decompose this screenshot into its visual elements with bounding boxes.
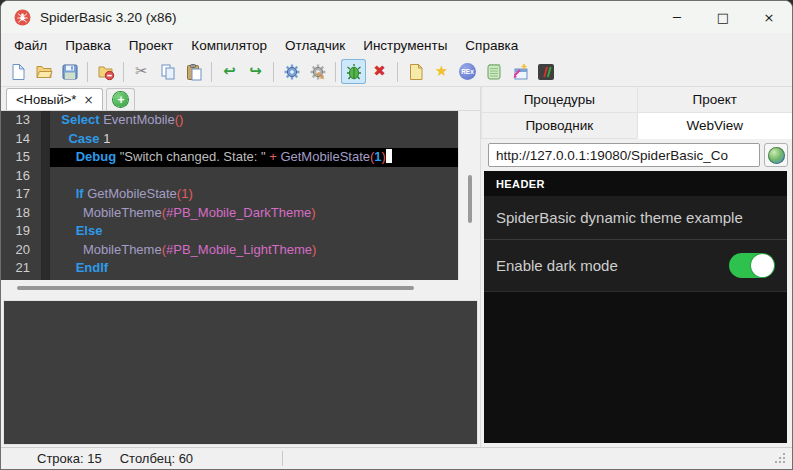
toolbar: ✂↩↪✎✖★REx [1,57,792,87]
status-divider [282,451,283,466]
code-text: MobileTheme(#PB_Mobile_LightTheme) [50,241,458,260]
toolbar-separator [211,62,212,82]
menu-bar: ФайлПравкаПроектКомпиляторОтладчикИнстру… [1,33,792,57]
status-bar: Строка: 15 Столбец: 60 [1,447,792,469]
text-cursor [386,149,392,163]
fold-margin [41,241,50,260]
code-text: If GetMobileState(1) [50,185,458,204]
copy-icon[interactable] [155,59,180,84]
code-line-17[interactable]: 17 If GetMobileState(1) [1,185,458,204]
toggle-knob [751,254,774,277]
editor-row: 13 Select EventMobile()14 Case 115 Debug… [1,111,480,280]
webview-empty-area [484,292,787,443]
editor-tab-new-file[interactable]: <Новый>* × [6,88,103,110]
menu-edit[interactable]: Правка [56,35,120,56]
compile-run-icon[interactable] [279,59,304,84]
rex-icon[interactable]: REx [455,59,480,84]
syntax-check-icon[interactable]: ✎ [305,59,330,84]
url-input[interactable] [488,143,760,167]
editor-column: <Новый>* × + 13 Select EventMobile()14 C… [1,87,480,447]
kill-program-icon[interactable]: ✖ [367,59,392,84]
code-line-16[interactable]: 16 [1,167,458,186]
editor-hscrollbar[interactable] [1,280,480,296]
main-area: <Новый>* × + 13 Select EventMobile()14 C… [1,87,792,447]
toolbar-separator [87,62,88,82]
window-title: SpiderBasic 3.20 (x86) [40,10,177,25]
close-button[interactable]: × [746,1,792,33]
webview-page-title: SpiderBasic dynamic theme example [484,196,787,239]
code-line-13[interactable]: 13 Select EventMobile() [1,111,458,130]
status-column: Столбец: 60 [120,451,193,466]
new-source-icon[interactable] [5,59,30,84]
code-line-18[interactable]: 18 MobileTheme(#PB_Mobile_DarkTheme) [1,204,458,223]
debug-output-panel [3,300,478,445]
menu-tools[interactable]: Инструменты [354,35,456,56]
debugger-icon[interactable] [341,59,366,84]
panel-tab-project[interactable]: Проект [637,87,793,113]
code-line-15[interactable]: 15 Debug "Switch changed. State: " + Get… [1,148,458,167]
minimize-button[interactable]: ─ [654,1,700,33]
dark-mode-toggle[interactable] [729,253,775,278]
form-designer-icon[interactable] [403,59,428,84]
navigate-button[interactable] [764,143,788,167]
window-controls: ─□× [654,1,792,33]
code-editor[interactable]: 13 Select EventMobile()14 Case 115 Debug… [1,111,458,280]
code-text: Select EventMobile() [50,111,458,130]
code-line-20[interactable]: 20 MobileTheme(#PB_Mobile_LightTheme) [1,241,458,260]
line-number: 15 [1,148,41,167]
plus-icon: + [113,92,128,107]
dark-mode-label: Enable dark mode [496,257,618,274]
toolbar-separator [335,62,336,82]
dark-mode-row: Enable dark mode [484,240,787,291]
vscrollbar-thumb[interactable] [468,175,472,223]
line-number: 13 [1,111,41,130]
svg-text:✎: ✎ [316,70,325,81]
fold-margin [41,259,50,278]
code-text: Case 1 [50,130,458,149]
fold-margin [41,111,50,130]
url-bar [481,139,792,171]
fold-margin [41,185,50,204]
code-line-19[interactable]: 19 Else [1,222,458,241]
menu-help[interactable]: Справка [456,35,527,56]
globe-icon [768,147,785,164]
cut-icon[interactable]: ✂ [129,59,154,84]
status-line: Строка: 15 [37,451,102,466]
maximize-button[interactable]: □ [700,1,746,33]
toolbar-separator [273,62,274,82]
tab-close-icon[interactable]: × [83,93,93,107]
code-line-14[interactable]: 14 Case 1 [1,130,458,149]
code-text: Else [50,222,458,241]
hscrollbar-thumb[interactable] [17,286,414,290]
open-file-icon[interactable] [31,59,56,84]
menu-debugger[interactable]: Отладчик [276,35,354,56]
side-panel: ПроцедурыПроектПроводникWebView HEADER S… [480,87,792,447]
editor-vscrollbar[interactable] [458,111,480,280]
fold-margin [41,222,50,241]
new-tab-button[interactable]: + [106,88,135,110]
new-window-icon[interactable] [507,59,532,84]
panel-tab-explorer[interactable]: Проводник [481,113,637,139]
notes-icon[interactable] [481,59,506,84]
save-file-icon[interactable] [57,59,82,84]
side-panel-tabs: ПроцедурыПроектПроводникWebView [481,87,792,139]
code-line-21[interactable]: 21 EndIf [1,259,458,278]
menu-compiler[interactable]: Компилятор [182,35,276,56]
panel-tab-webview[interactable]: WebView [637,113,793,139]
resize-grip[interactable] [775,453,787,465]
fold-margin [41,204,50,223]
undo-icon[interactable]: ↩ [217,59,242,84]
redo-icon[interactable]: ↪ [243,59,268,84]
line-number: 17 [1,185,41,204]
menu-project[interactable]: Проект [120,35,182,56]
webview-panel: HEADER SpiderBasic dynamic theme example… [484,171,787,443]
webview-content: SpiderBasic dynamic theme example Enable… [484,196,787,292]
close-file-icon[interactable] [93,59,118,84]
theme-icon[interactable] [533,59,558,84]
webview-header: HEADER [484,171,787,196]
panel-tab-procedures[interactable]: Процедуры [481,87,637,113]
code-text [50,167,458,186]
favorites-icon[interactable]: ★ [429,59,454,84]
menu-file[interactable]: Файл [5,35,56,56]
paste-icon[interactable] [181,59,206,84]
